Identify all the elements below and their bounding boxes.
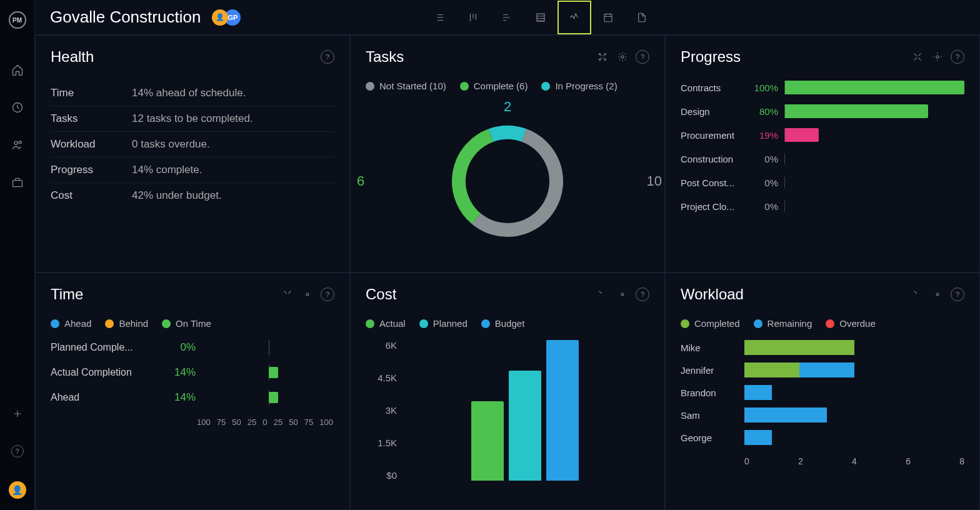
gear-icon[interactable]: [616, 288, 629, 301]
progress-label: Procurement: [681, 130, 743, 141]
health-value: 12 tasks to be completed.: [132, 112, 253, 125]
workload-row: George: [681, 430, 964, 445]
workload-bar: [744, 362, 964, 378]
progress-bar: [784, 199, 964, 213]
legend-item: Budget: [481, 318, 525, 329]
user-avatar[interactable]: 👤: [9, 481, 26, 499]
home-icon[interactable]: [10, 62, 25, 78]
topbar: Govalle Construction 👤 GP: [35, 0, 980, 35]
panel-title: Time: [51, 286, 83, 303]
workload-bar: [744, 340, 964, 355]
view-list-icon[interactable]: [422, 1, 456, 34]
legend-item: Not Started (10): [366, 81, 446, 91]
progress-percent: 0%: [749, 201, 778, 212]
project-title: Govalle Construction: [50, 8, 201, 27]
gear-icon[interactable]: [616, 50, 629, 64]
health-label: Workload: [51, 138, 132, 151]
workload-bar: [744, 408, 964, 422]
legend-item: Actual: [366, 318, 406, 329]
expand-icon[interactable]: [596, 50, 609, 64]
progress-percent: 19%: [749, 130, 778, 141]
view-gantt-icon[interactable]: [490, 1, 524, 34]
time-bar: [203, 390, 334, 405]
svg-point-7: [936, 56, 939, 58]
donut-label-inprogress: 2: [504, 99, 511, 115]
cost-bar-chart: $01.5K3K4.5K6K: [366, 340, 649, 497]
gear-icon[interactable]: [301, 288, 314, 301]
panel-title: Tasks: [366, 48, 404, 66]
svg-rect-5: [604, 14, 612, 21]
svg-rect-4: [537, 14, 544, 21]
help-icon[interactable]: ?: [951, 288, 964, 301]
help-icon[interactable]: ?: [951, 50, 964, 64]
svg-point-2: [19, 141, 21, 144]
health-value: 14% complete.: [132, 164, 202, 176]
view-sheet-icon[interactable]: [524, 1, 558, 34]
users-icon[interactable]: [10, 138, 25, 152]
workload-label: Brandon: [681, 388, 738, 398]
clock-icon[interactable]: [10, 100, 25, 115]
time-row: Ahead 14%: [51, 390, 334, 405]
expand-icon[interactable]: [281, 288, 294, 301]
cost-bar: [471, 401, 504, 481]
health-row: Tasks12 tasks to be completed.: [51, 106, 334, 132]
view-tabs: [422, 1, 659, 34]
progress-row: Project Clo... 0%: [681, 199, 964, 213]
panel-title: Workload: [681, 286, 744, 303]
gear-icon[interactable]: [931, 50, 944, 64]
time-bar: [203, 340, 334, 355]
legend-item: Completed: [681, 318, 740, 329]
panel-title: Progress: [681, 48, 741, 66]
progress-percent: 0%: [749, 178, 778, 188]
member-avatars[interactable]: 👤 GP: [212, 9, 241, 26]
progress-label: Construction: [681, 154, 743, 164]
briefcase-icon[interactable]: [10, 175, 25, 190]
progress-percent: 0%: [749, 154, 778, 164]
gear-icon[interactable]: [931, 288, 944, 301]
view-dashboard-icon[interactable]: [558, 1, 591, 34]
help-icon[interactable]: ?: [636, 50, 649, 64]
help-icon[interactable]: ?: [10, 444, 25, 459]
health-label: Tasks: [51, 112, 132, 125]
app-logo[interactable]: PM: [9, 11, 26, 29]
help-icon[interactable]: ?: [321, 288, 334, 301]
help-icon[interactable]: ?: [321, 50, 334, 64]
view-calendar-icon[interactable]: [591, 1, 625, 34]
workload-bar: [744, 430, 964, 445]
health-value: 0 tasks overdue.: [132, 138, 210, 151]
progress-percent: 100%: [749, 82, 778, 93]
health-label: Cost: [51, 189, 132, 202]
panel-progress: Progress ? Contracts 100% Design 80% Pro…: [665, 35, 980, 272]
expand-icon[interactable]: [596, 288, 609, 301]
workload-row: Brandon: [681, 385, 964, 400]
workload-label: Jennifer: [681, 365, 738, 376]
view-file-icon[interactable]: [625, 1, 659, 34]
health-row: Cost42% under budget.: [51, 183, 334, 208]
time-row: Planned Comple... 0%: [51, 340, 334, 355]
svg-point-10: [936, 293, 939, 296]
cost-bar: [509, 371, 541, 481]
panel-cost: Cost ? ActualPlannedBudget $01.5K3K4.5K6…: [350, 272, 665, 510]
plus-icon[interactable]: [10, 406, 25, 421]
time-percent: 14%: [164, 366, 196, 379]
progress-bar: [784, 128, 964, 142]
legend-item: Overdue: [826, 318, 876, 329]
expand-icon[interactable]: [911, 288, 924, 301]
time-label: Actual Completion: [51, 367, 157, 378]
cost-bar: [546, 340, 579, 481]
progress-bar: [784, 152, 964, 166]
panel-title: Cost: [366, 286, 396, 303]
health-row: Time14% ahead of schedule.: [51, 81, 334, 106]
panel-title: Health: [51, 48, 94, 66]
progress-row: Contracts 100%: [681, 81, 964, 94]
health-value: 42% under budget.: [132, 189, 222, 202]
workload-row: Mike: [681, 340, 964, 355]
expand-icon[interactable]: [911, 50, 924, 64]
legend-item: Planned: [419, 318, 468, 329]
time-label: Ahead: [51, 392, 157, 403]
view-board-icon[interactable]: [456, 1, 490, 34]
donut-label-complete: 6: [357, 173, 364, 189]
help-icon[interactable]: ?: [636, 288, 649, 301]
workload-label: Sam: [681, 410, 738, 421]
svg-point-1: [14, 141, 18, 144]
